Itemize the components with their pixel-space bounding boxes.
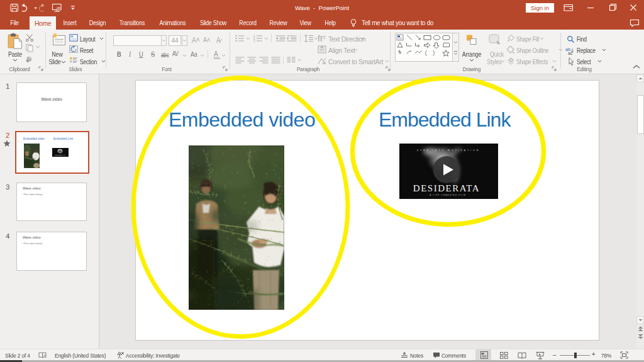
svg-text:STEP INTO MOTIVATION: STEP INTO MOTIVATION: [417, 149, 480, 152]
svg-text:DESIDERATA: DESIDERATA: [55, 154, 66, 156]
svg-text:3: 3: [253, 40, 255, 42]
svg-text:A LIFE CHANGING FILM: A LIFE CHANGING FILM: [430, 194, 466, 196]
svg-text:DESIDERATA: DESIDERATA: [413, 183, 480, 193]
